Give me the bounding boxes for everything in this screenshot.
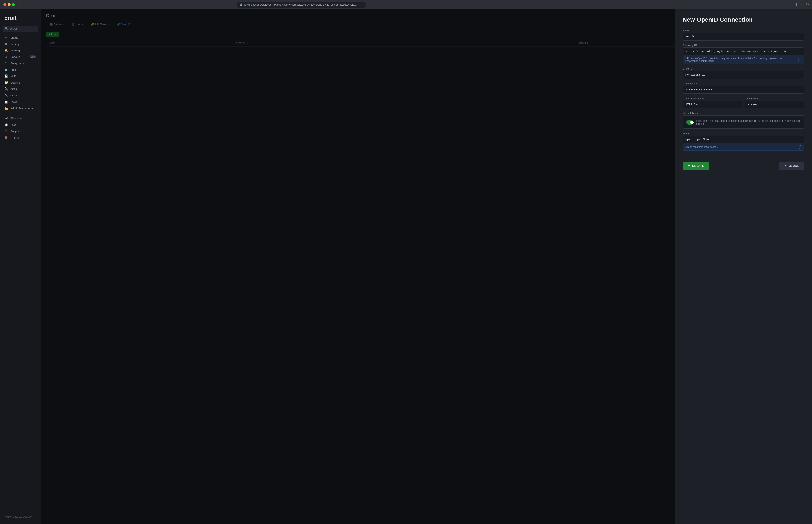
address-bar[interactable]: 🔒 localhost:8080/croit/openid/?paginatio… (237, 2, 366, 7)
support-icon: ❓ (4, 130, 8, 133)
discovery-url-hint: URL to the OpenID Connect discovery docu… (683, 55, 804, 64)
sidebar-item-support[interactable]: ❓ Support (0, 128, 41, 134)
form-group-client-id: Client ID (683, 67, 804, 79)
info-icon-scope: i (798, 145, 801, 149)
sidebar-label-iscsi: iSCSI (10, 87, 17, 91)
close-button-traffic[interactable] (3, 3, 6, 6)
sidebar-item-croit[interactable]: 🏠 Croit (0, 121, 41, 128)
sidebar-label-support: Support (10, 130, 20, 133)
create-button[interactable]: ✚ CREATE (683, 162, 709, 170)
sidebar-label-tasks: Tasks (10, 100, 17, 103)
forward-button[interactable]: › (20, 3, 21, 7)
sidebar-item-status[interactable]: ● Status (0, 34, 41, 41)
sidebar-item-subgroups[interactable]: 🗂 Subgroups (0, 60, 41, 66)
status-icon: ● (4, 36, 8, 39)
form-group-manual-roles: Manual Roles If set, roles can be assign… (683, 112, 804, 129)
minimize-button-traffic[interactable] (8, 3, 11, 6)
form-group-default-roles: Default Roles (745, 97, 805, 109)
lock-icon: 🔒 (239, 3, 243, 6)
modal-panel: New OpenID Connection Name Discovery URL… (675, 10, 812, 524)
subgroups-icon: 🗂 (4, 62, 8, 65)
discovery-url-input[interactable] (683, 47, 804, 55)
sidebar-label-servers: Servers (10, 55, 20, 59)
sidebar-item-cephfs[interactable]: 📁 CephFS (0, 79, 41, 86)
browser-nav: ‹ › (17, 3, 21, 7)
client-auth-input[interactable] (683, 101, 742, 109)
modal-overlay: New OpenID Connection Name Discovery URL… (41, 10, 812, 524)
search-input[interactable] (10, 27, 36, 30)
servers-badge: 999 (29, 55, 36, 58)
discovery-url-label: Discovery URL (683, 44, 804, 47)
url-text: localhost:8080/croit/openid/?pagination=… (244, 3, 359, 6)
scope-label: Scope (683, 132, 804, 135)
sidebar-label-settings: Settings (10, 43, 20, 46)
hint-text-scope: Space separated list of scopes. (685, 146, 718, 148)
config-icon: 🔧 (4, 94, 8, 97)
sidebar-label-logout: Logout (10, 136, 19, 140)
sidebar-item-chanbers[interactable]: 🔗 Chanbers (0, 115, 41, 121)
create-plus-icon: ✚ (688, 164, 690, 167)
form-group-discovery-url: Discovery URL URL to the OpenID Connect … (683, 44, 804, 64)
sidebar-item-rbd[interactable]: 💾 RBD (0, 73, 41, 79)
sidebar-item-alerting[interactable]: 🔔 Alerting (0, 47, 41, 54)
client-id-input[interactable] (683, 71, 804, 79)
scope-input[interactable] (683, 135, 804, 144)
sidebar-label-rbd: RBD (10, 75, 16, 78)
iscsi-icon: 🔌 (4, 87, 8, 91)
client-id-label: Client ID (683, 67, 804, 70)
sidebar-item-servers[interactable]: 🖥 Servers 999 (0, 54, 41, 60)
client-auth-label: Client Auth Method (683, 97, 742, 100)
sidebar-item-pools[interactable]: 💧 Pools (0, 66, 41, 73)
new-tab-icon[interactable]: ＋ (800, 2, 803, 7)
tabs-icon[interactable]: ⧉ (806, 2, 809, 7)
browser-actions: ⬆ ＋ ⧉ (795, 2, 809, 7)
browser-chrome: ‹ › 🔒 localhost:8080/croit/openid/?pagin… (0, 0, 812, 10)
modal-title: New OpenID Connection (683, 16, 804, 23)
sidebar-label-croit: Croit (10, 123, 16, 127)
logout-icon: 🚪 (4, 136, 8, 140)
chanbers-icon: 🔗 (4, 117, 8, 120)
sidebar-label-subgroups: Subgroups (10, 62, 24, 65)
sidebar-label-status: Status (10, 36, 18, 39)
settings-icon: ⚙ (4, 42, 8, 46)
app-container: croit 🔍 ● Status ⚙ Settings 🔔 Alerting 🖥… (0, 10, 812, 524)
manual-roles-toggle[interactable] (686, 120, 693, 125)
pools-icon: 💧 (4, 68, 8, 71)
sidebar-item-logout[interactable]: 🚪 Logout (0, 134, 41, 141)
sidebar-label-alerting: Alerting (10, 49, 20, 52)
sidebar-label-pools: Pools (10, 68, 17, 71)
rbd-icon: 💾 (4, 75, 8, 78)
manual-roles-label: Manual Roles (683, 112, 804, 114)
sidebar-item-config[interactable]: 🔧 Config (0, 92, 41, 99)
back-button[interactable]: ‹ (17, 3, 18, 7)
sidebar-item-admin[interactable]: 👑 Admin Management (0, 105, 41, 112)
servers-icon: 🖥 (4, 55, 8, 59)
sidebar: croit 🔍 ● Status ⚙ Settings 🔔 Alerting 🖥… (0, 10, 41, 524)
client-secret-input[interactable] (683, 86, 804, 94)
traffic-lights (3, 3, 15, 6)
app-logo: croit (0, 13, 41, 26)
cephfs-icon: 📁 (4, 81, 8, 84)
sidebar-item-tasks[interactable]: 📋 Tasks (0, 99, 41, 105)
sidebar-label-config: Config (10, 94, 18, 97)
address-bar-more[interactable]: ··· (360, 3, 363, 7)
sidebar-footer: croit v7.0 20210917.1-dev (0, 513, 41, 521)
sidebar-item-iscsi[interactable]: 🔌 iSCSI (0, 86, 41, 92)
name-input[interactable] (683, 33, 804, 40)
name-label: Name (683, 29, 804, 32)
close-x-icon: ✕ (784, 164, 787, 167)
sidebar-search[interactable]: 🔍 (3, 26, 38, 32)
form-row-auth: Client Auth Method Default Roles (683, 97, 804, 112)
form-group-client-secret: Client Secret (683, 82, 804, 94)
sidebar-label-cephfs: CephFS (10, 81, 21, 84)
default-roles-input[interactable] (745, 101, 805, 109)
form-group-name: Name (683, 29, 804, 40)
fullscreen-button-traffic[interactable] (12, 3, 15, 6)
tasks-icon: 📋 (4, 100, 8, 103)
admin-icon: 👑 (4, 107, 8, 110)
manual-roles-box: If set, roles can be assigned to users m… (683, 115, 804, 129)
sidebar-item-settings[interactable]: ⚙ Settings (0, 41, 41, 47)
share-icon[interactable]: ⬆ (795, 2, 798, 7)
close-button[interactable]: ✕ CLOSE (779, 162, 804, 170)
croit-icon: 🏠 (4, 123, 8, 127)
